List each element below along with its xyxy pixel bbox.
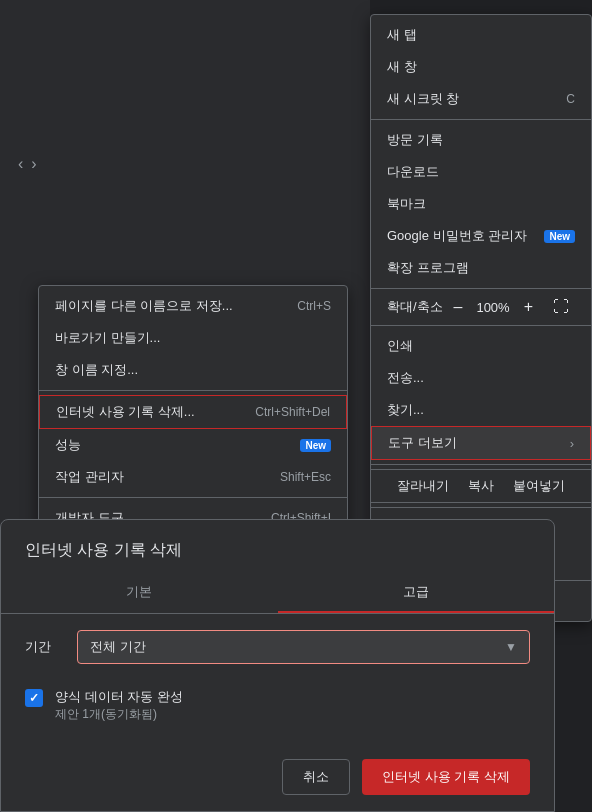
select-arrow-icon: ▼ [505,640,517,654]
clear-button[interactable]: 인터넷 사용 기록 삭제 [362,759,530,795]
zoom-controls: 확대/축소 – 100% + ⛶ [371,293,591,321]
tab-advanced[interactable]: 고급 [278,573,555,613]
edit-paste: 붙여넣기 [505,475,573,497]
menu-divider-4 [371,464,591,465]
menu-item-new-tab[interactable]: 새 탭 [371,19,591,51]
ctx-save-page[interactable]: 페이지를 다른 이름으로 저장... Ctrl+S [39,290,347,322]
ctx-clear-history[interactable]: 인터넷 사용 기록 삭제... Ctrl+Shift+Del [39,395,347,429]
menu-item-downloads[interactable]: 다운로드 [371,156,591,188]
new-badge-performance: New [300,439,331,452]
ctx-divider-1 [39,390,347,391]
menu-item-incognito[interactable]: 새 시크릿 창 C [371,83,591,115]
zoom-out-button[interactable]: – [448,298,469,316]
edit-row: 잘라내기 복사 붙여넣기 [371,469,591,503]
back-arrow[interactable]: ‹ [18,155,23,173]
menu-divider-1 [371,119,591,120]
zoom-in-button[interactable]: + [518,298,539,316]
ctx-divider-2 [39,497,347,498]
checkbox-label-autofill: 양식 데이터 자동 완성 제안 1개(동기화됨) [55,688,183,723]
cancel-button[interactable]: 취소 [282,759,350,795]
zoom-buttons: – 100% + ⛶ [448,298,576,316]
checkbox-autofill[interactable] [25,689,43,707]
menu-item-cast[interactable]: 전송... [371,362,591,394]
context-submenu: 페이지를 다른 이름으로 저장... Ctrl+S 바로가기 만들기... 창 … [38,285,348,539]
ctx-create-shortcut[interactable]: 바로가기 만들기... [39,322,347,354]
menu-divider-3 [371,325,591,326]
dialog-tabs: 기본 고급 [1,573,554,614]
menu-item-bookmarks[interactable]: 북마크 [371,188,591,220]
edit-cut[interactable]: 잘라내기 [389,475,457,497]
edit-copy[interactable]: 복사 [460,475,502,497]
menu-item-history[interactable]: 방문 기록 [371,124,591,156]
ctx-name-window[interactable]: 창 이름 지정... [39,354,347,386]
menu-item-passwords[interactable]: Google 비밀번호 관리자 New [371,220,591,252]
dialog-title: 인터넷 사용 기록 삭제 [1,520,554,573]
zoom-percent: 100% [476,300,509,315]
clear-browsing-dialog: 인터넷 사용 기록 삭제 기본 고급 기간 전체 기간 ▼ 양식 데이터 자동 … [0,519,555,812]
time-range-row: 기간 전체 기간 ▼ [25,630,530,664]
forward-arrow[interactable]: › [31,155,36,173]
menu-item-extensions[interactable]: 확장 프로그램 [371,252,591,284]
ctx-task-manager[interactable]: 작업 관리자 Shift+Esc [39,461,347,493]
menu-item-find[interactable]: 찾기... [371,394,591,426]
menu-item-more-tools[interactable]: 도구 더보기 › [371,426,591,460]
menu-item-new-window[interactable]: 새 창 [371,51,591,83]
fullscreen-button[interactable]: ⛶ [547,298,575,316]
new-badge-passwords: New [544,230,575,243]
menu-divider-5 [371,507,591,508]
menu-item-print[interactable]: 인쇄 [371,330,591,362]
zoom-label: 확대/축소 [387,298,443,316]
dialog-footer: 취소 인터넷 사용 기록 삭제 [1,747,554,811]
menu-divider-2 [371,288,591,289]
dialog-body: 기간 전체 기간 ▼ 양식 데이터 자동 완성 제안 1개(동기화됨) [1,614,554,747]
ctx-performance[interactable]: 성능 New [39,429,347,461]
tab-basic[interactable]: 기본 [1,573,278,613]
time-range-label: 기간 [25,638,65,656]
nav-arrows: ‹ › [18,155,37,173]
time-range-select[interactable]: 전체 기간 ▼ [77,630,530,664]
checkbox-row-0: 양식 데이터 자동 완성 제안 1개(동기화됨) [25,680,530,731]
